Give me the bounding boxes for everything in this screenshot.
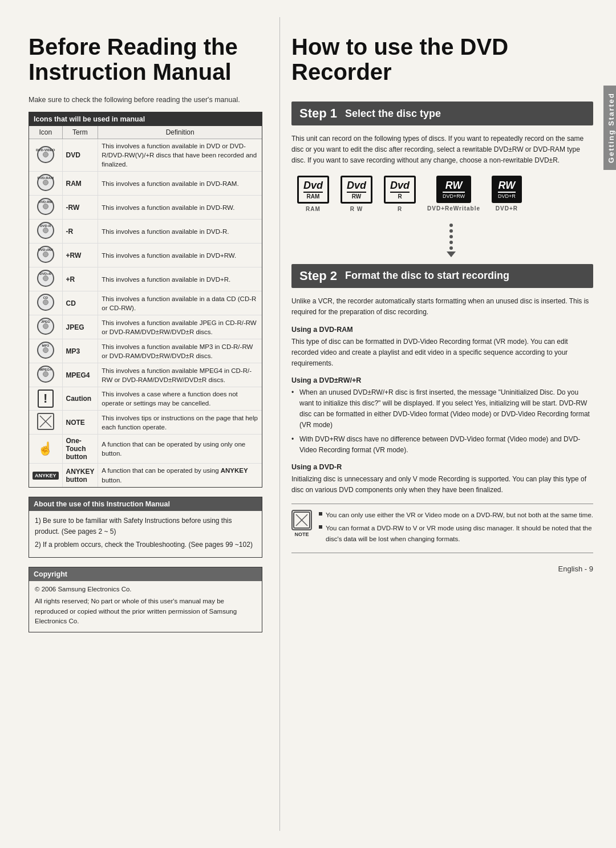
dvdrw-section: Using a DVD±RW/+R When an unused DVD±RW/…: [291, 376, 593, 456]
icon-cell: JPEG: [29, 315, 62, 339]
note-bullet1: You can only use either the VR or Video …: [319, 510, 593, 520]
about-section: About the use of this Instruction Manual…: [29, 497, 262, 558]
term-cell: MP3: [62, 339, 98, 363]
term-cell: RAM: [62, 172, 98, 196]
dvdrw-content: When an unused DVD±RW/+R disc is first i…: [291, 387, 593, 456]
table-row: MP3MP3This involves a function available…: [29, 339, 262, 363]
step2-number: Step 2: [299, 269, 337, 283]
note-box: NOTE You can only use either the VR or V…: [291, 504, 593, 553]
note-icon-wrap: NOTE: [291, 510, 312, 537]
note-bullet2: You can format a DVD-RW to V or VR mode …: [319, 523, 593, 544]
term-cell: DVD: [62, 139, 98, 172]
copyright-header: Copyright: [29, 567, 262, 581]
dvdr-content: Initializing disc is unnecessary and onl…: [291, 474, 593, 496]
step1-number: Step 1: [299, 106, 337, 121]
def-cell: This involves a function available MPEG4…: [98, 363, 262, 387]
term-cell: -R: [62, 220, 98, 244]
note-icon: [291, 510, 312, 530]
col-term: Term: [62, 126, 98, 139]
table-row: DVD-RAMRAMThis involves a function avail…: [29, 172, 262, 196]
note-sq1: [319, 512, 322, 516]
dvdrw-bullet2: With DVD+RW discs have no difference bet…: [291, 434, 593, 456]
table-row: NOTEThis involves tips or instructions o…: [29, 411, 262, 435]
note-label: NOTE: [294, 531, 309, 537]
side-tab: Getting Started: [603, 86, 616, 170]
table-row: MPEG4MPEG4This involves a function avail…: [29, 363, 262, 387]
table-row: DVD-RW-RWThis involves a function availa…: [29, 196, 262, 220]
disc-logo-r: Dvd R R: [384, 176, 416, 212]
dot5: [449, 246, 453, 250]
step1-label: Select the disc type: [345, 108, 441, 120]
dvdram-title: Using a DVD-RAM: [291, 326, 593, 334]
about-content: 1) Be sure to be familiar with Safety In…: [29, 511, 262, 558]
note-text2: You can format a DVD-RW to V or VR mode …: [326, 523, 593, 544]
dvdr-title: Using a DVD-R: [291, 463, 593, 471]
icons-table-header: Icons that will be used in manual: [29, 112, 262, 126]
dotted-arrow: [309, 224, 593, 257]
icon-cell: MPEG4: [29, 363, 62, 387]
copyright-line: All rights reserved; No part or whole of…: [35, 597, 256, 626]
def-cell: This involves a function available JPEG …: [98, 315, 262, 339]
col-icon: Icon: [29, 126, 62, 139]
icon-cell: ☝: [29, 435, 62, 464]
term-cell: One-Touch button: [62, 435, 98, 464]
def-cell: This involves a function available in DV…: [98, 220, 262, 244]
icon-cell: DVD+RW: [29, 244, 62, 267]
icon-cell: DVD-RW: [29, 196, 62, 220]
about-item: 2) If a problem occurs, check the Troubl…: [35, 539, 256, 550]
dvd-logo-ram-box: Dvd RAM: [297, 176, 329, 204]
def-cell: This involves a function available in a …: [98, 291, 262, 315]
about-item: 1) Be sure to be familiar with Safety In…: [35, 516, 256, 537]
disc-label-r: R: [398, 206, 402, 212]
disc-logo-rw: Dvd RW R W: [341, 176, 372, 212]
def-cell: A function that can be operated by using…: [98, 464, 262, 487]
rw-logo-plusr-box: RW DVD+R: [492, 176, 522, 203]
term-cell: +R: [62, 267, 98, 291]
table-row: DVD+RW+RWThis involves a function availa…: [29, 244, 262, 267]
disc-logo-plus-r: RW DVD+R DVD+R: [492, 176, 522, 212]
step2-label: Format the disc to start recording: [345, 270, 509, 282]
dvdrw-bullet1: When an unused DVD±RW/+R disc is first i…: [291, 387, 593, 431]
icon-cell: MP3: [29, 339, 62, 363]
table-row: ☝One-Touch buttonA function that can be …: [29, 435, 262, 464]
icon-cell: CD: [29, 291, 62, 315]
def-cell: This involves tips or instructions on th…: [98, 411, 262, 435]
disc-label-rw: R W: [350, 206, 363, 212]
def-cell: A function that can be operated by using…: [98, 435, 262, 464]
right-title: How to use the DVD Recorder: [291, 34, 593, 84]
note-text1: You can only use either the VR or Video …: [326, 510, 593, 520]
dvdr-section: Using a DVD-R Initializing disc is unnec…: [291, 463, 593, 496]
disc-label-plus-r: DVD+R: [496, 205, 518, 212]
term-cell: Caution: [62, 387, 98, 411]
dvd-logo-rw-box: Dvd RW: [341, 176, 372, 204]
copyright-section: Copyright © 2006 Samsung Electronics Co.…: [29, 567, 262, 632]
table-row: !CautionThis involves a case where a fun…: [29, 387, 262, 411]
def-cell: This involves a function available in DV…: [98, 244, 262, 267]
icon-cell: ANYKEY: [29, 464, 62, 487]
dvdrw-title: Using a DVD±RW/+R: [291, 376, 593, 384]
left-title: Before Reading the Instruction Manual: [29, 34, 262, 84]
table-row: DVD-VIDEODVDThis involves a function ava…: [29, 139, 262, 172]
dot1: [449, 224, 453, 227]
dvdram-content: This type of disc can be formatted in DV…: [291, 336, 593, 370]
step2-bar: Step 2 Format the disc to start recordin…: [291, 264, 593, 288]
icon-cell: DVD+R: [29, 267, 62, 291]
table-row: DVD+R+RThis involves a function availabl…: [29, 267, 262, 291]
def-cell: This involves a case where a function do…: [98, 387, 262, 411]
term-cell: ANYKEY button: [62, 464, 98, 487]
dot3: [449, 235, 453, 238]
col-definition: Definition: [98, 126, 262, 139]
def-cell: This involves a function available in DV…: [98, 267, 262, 291]
disc-logo-plus-rw: RW DVD+RW DVD+ReWritable: [427, 176, 480, 212]
icon-cell: !: [29, 387, 62, 411]
dvdram-section: Using a DVD-RAM This type of disc can be…: [291, 326, 593, 370]
about-header: About the use of this Instruction Manual: [29, 497, 262, 511]
rw-logo-plusrw-box: RW DVD+RW: [436, 176, 471, 203]
icons-table-container: Icons that will be used in manual Icon T…: [29, 112, 262, 488]
step1-content: This unit can record on the following ty…: [291, 133, 593, 167]
copyright-line: © 2006 Samsung Electronics Co.: [35, 585, 256, 594]
def-cell: This involves a function available in DV…: [98, 172, 262, 196]
dot4: [449, 241, 453, 244]
def-cell: This involves a function available MP3 i…: [98, 339, 262, 363]
term-cell: JPEG: [62, 315, 98, 339]
